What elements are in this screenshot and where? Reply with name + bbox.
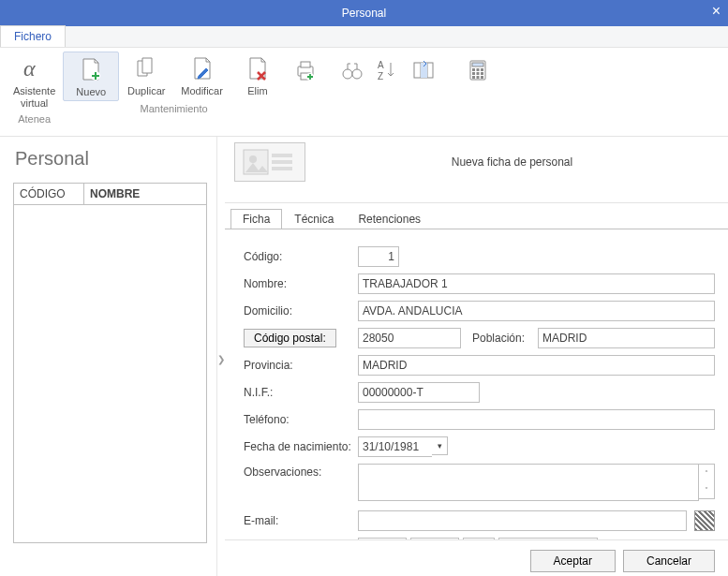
svg-text:A: A: [378, 60, 384, 70]
dialog-panel: Nueva ficha de personal Ficha Técnica Re…: [225, 137, 728, 576]
ribbon-group-caption-atenea: Atenea: [18, 113, 51, 125]
grid-body[interactable]: [14, 205, 206, 542]
svg-rect-15: [476, 68, 479, 71]
delete-document-icon: [243, 53, 273, 83]
codigo-postal-button[interactable]: Código postal:: [244, 329, 336, 347]
dialog-header: Nueva ficha de personal: [225, 137, 728, 203]
svg-rect-22: [481, 76, 483, 79]
photo-placeholder[interactable]: [234, 142, 305, 182]
svg-point-24: [249, 155, 257, 163]
date-dropdown-icon[interactable]: ▾: [432, 436, 448, 455]
svg-rect-13: [472, 63, 483, 66]
ribbon-group-caption-mant: Mantenimiento: [63, 103, 285, 114]
ribbon-group-extra: AZ: [290, 52, 493, 87]
dialog-title: Nueva ficha de personal: [305, 155, 719, 169]
grid-col-codigo[interactable]: CÓDIGO: [14, 184, 84, 204]
columns-icon[interactable]: [409, 55, 438, 85]
svg-point-6: [343, 69, 352, 79]
svg-rect-16: [481, 68, 483, 71]
svg-rect-25: [272, 154, 292, 157]
print-icon[interactable]: [290, 55, 320, 85]
modificar-button[interactable]: Modificar: [173, 52, 230, 101]
tab-ficha[interactable]: Ficha: [230, 209, 282, 229]
email-field[interactable]: [358, 510, 687, 531]
spinner-down-icon[interactable]: ˅: [699, 481, 714, 498]
provincia-field[interactable]: [358, 355, 715, 376]
spinner-up-icon[interactable]: ˄: [699, 465, 714, 481]
cancelar-button[interactable]: Cancelar: [623, 550, 715, 572]
codigo-field[interactable]: [358, 246, 399, 267]
form-ficha: Código: Nombre: Domicilio: Código postal…: [225, 229, 728, 539]
fnac-input[interactable]: [358, 436, 432, 457]
tab-tecnica[interactable]: Técnica: [282, 209, 346, 229]
edit-document-icon: [187, 53, 217, 83]
ribbon-group-mantenimiento: Nuevo Duplicar Modificar Elim M: [63, 52, 285, 114]
label-codigo: Código:: [244, 250, 358, 263]
observaciones-field[interactable]: [358, 464, 699, 501]
asistente-virtual-button[interactable]: α Asistente virtual: [6, 52, 63, 111]
grid-col-nombre[interactable]: NOMBRE: [84, 184, 206, 204]
svg-rect-27: [272, 167, 292, 170]
fecha-nacimiento-field[interactable]: ▾: [358, 436, 448, 457]
label-codpostal: Código postal:: [244, 329, 358, 347]
nif-field[interactable]: [358, 382, 480, 403]
dialog-footer: Aceptar Cancelar: [225, 539, 728, 576]
label-telefono: Teléfono:: [244, 413, 358, 426]
obs-spinner[interactable]: ˄ ˅: [699, 464, 715, 499]
ribbon-group-atenea: α Asistente virtual Atenea: [6, 52, 63, 125]
nuevo-button[interactable]: Nuevo: [63, 52, 119, 101]
label-fnac: Fecha de nacimiento:: [244, 440, 358, 453]
svg-rect-20: [472, 76, 475, 79]
svg-text:Z: Z: [378, 71, 383, 81]
tab-strip: Ficha Técnica Retenciones: [230, 209, 728, 229]
eliminar-button[interactable]: Elim: [230, 52, 285, 101]
duplicate-icon: [131, 53, 161, 83]
ribbon: α Asistente virtual Atenea Nuevo Duplica…: [0, 48, 728, 137]
svg-rect-17: [472, 72, 475, 75]
svg-rect-14: [472, 68, 475, 71]
personal-grid[interactable]: CÓDIGO NOMBRE: [13, 183, 207, 543]
label-provincia: Provincia:: [244, 359, 358, 372]
calculator-icon[interactable]: [463, 55, 493, 85]
poblacion-field[interactable]: [538, 328, 715, 348]
label-nombre: Nombre:: [244, 277, 358, 290]
svg-point-7: [352, 69, 362, 79]
svg-rect-19: [481, 72, 483, 75]
svg-rect-3: [301, 62, 310, 67]
label-domicilio: Domicilio:: [244, 304, 358, 318]
tab-retenciones[interactable]: Retenciones: [346, 209, 433, 229]
content-area: Personal CÓDIGO NOMBRE ❯ Nueva ficha de …: [0, 137, 728, 576]
left-pane: Personal CÓDIGO NOMBRE: [0, 137, 217, 576]
nombre-field[interactable]: [358, 273, 715, 294]
grid-header: CÓDIGO NOMBRE: [14, 184, 206, 205]
telefono-field[interactable]: [358, 409, 715, 430]
duplicar-button[interactable]: Duplicar: [119, 52, 173, 101]
label-nif: N.I.F.:: [244, 386, 358, 399]
window-title: Personal: [342, 7, 386, 20]
svg-text:α: α: [23, 56, 36, 81]
label-email: E-mail:: [244, 514, 358, 527]
splitter-handle[interactable]: ❯: [217, 137, 225, 576]
alpha-icon: α: [20, 53, 50, 83]
close-icon[interactable]: ×: [712, 4, 721, 19]
new-document-icon: [76, 54, 106, 84]
domicilio-field[interactable]: [358, 301, 715, 321]
svg-rect-18: [476, 72, 479, 75]
ribbon-tab-fichero[interactable]: Fichero: [0, 25, 66, 47]
svg-rect-26: [272, 160, 292, 164]
section-title: Personal: [15, 148, 207, 170]
binoculars-icon[interactable]: [337, 55, 367, 85]
svg-rect-11: [421, 63, 427, 78]
svg-rect-21: [476, 76, 479, 79]
label-poblacion: Población:: [472, 332, 538, 345]
codpostal-field[interactable]: [358, 328, 461, 348]
qr-icon[interactable]: [694, 510, 715, 531]
aceptar-button[interactable]: Aceptar: [530, 550, 616, 572]
title-bar: Personal ×: [0, 0, 728, 26]
label-obs: Observaciones:: [244, 464, 358, 479]
ribbon-tab-strip: Fichero: [0, 26, 728, 48]
sort-az-icon[interactable]: AZ: [373, 55, 403, 85]
